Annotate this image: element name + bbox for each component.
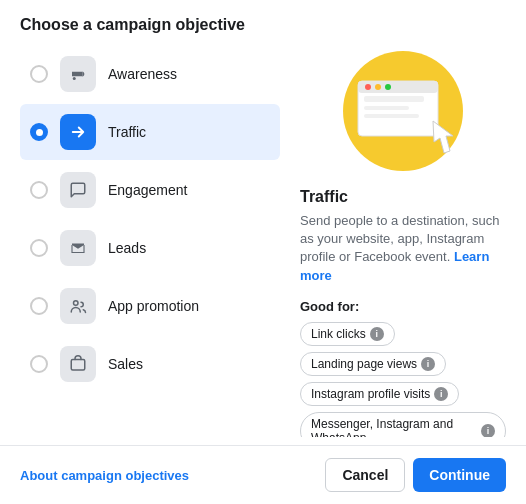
tag-link-clicks: Link clicks i bbox=[300, 322, 395, 346]
detail-title: Traffic bbox=[300, 188, 506, 206]
app-promotion-icon-box bbox=[60, 288, 96, 324]
awareness-icon-box bbox=[60, 56, 96, 92]
objective-awareness[interactable]: Awareness bbox=[20, 46, 280, 102]
about-campaign-link[interactable]: About campaign objectives bbox=[20, 468, 189, 483]
tags-list: Link clicks i Landing page views i Insta… bbox=[300, 322, 506, 437]
modal-title: Choose a campaign objective bbox=[20, 16, 506, 34]
svg-rect-10 bbox=[364, 106, 409, 110]
svg-point-8 bbox=[385, 84, 391, 90]
radio-awareness bbox=[30, 65, 48, 83]
objective-leads[interactable]: Leads bbox=[20, 220, 280, 276]
info-icon-landing-page[interactable]: i bbox=[421, 357, 435, 371]
engagement-label: Engagement bbox=[108, 182, 187, 198]
traffic-icon-box bbox=[60, 114, 96, 150]
tag-instagram-profile: Instagram profile visits i bbox=[300, 382, 459, 406]
radio-engagement bbox=[30, 181, 48, 199]
detail-panel: Traffic Send people to a destination, su… bbox=[280, 46, 506, 437]
leads-label: Leads bbox=[108, 240, 146, 256]
app-promotion-label: App promotion bbox=[108, 298, 199, 314]
svg-point-1 bbox=[74, 301, 79, 306]
svg-point-7 bbox=[375, 84, 381, 90]
radio-app-promotion bbox=[30, 297, 48, 315]
tag-landing-page-views: Landing page views i bbox=[300, 352, 446, 376]
footer-buttons: Cancel Continue bbox=[325, 458, 506, 492]
svg-point-0 bbox=[73, 77, 76, 80]
radio-sales bbox=[30, 355, 48, 373]
info-icon-link-clicks[interactable]: i bbox=[370, 327, 384, 341]
radio-leads bbox=[30, 239, 48, 257]
awareness-label: Awareness bbox=[108, 66, 177, 82]
modal-body: Choose a campaign objective Awareness bbox=[0, 0, 526, 437]
svg-point-6 bbox=[365, 84, 371, 90]
info-icon-messenger[interactable]: i bbox=[481, 424, 495, 437]
svg-rect-2 bbox=[71, 360, 85, 371]
info-icon-instagram-profile[interactable]: i bbox=[434, 387, 448, 401]
good-for-title: Good for: bbox=[300, 299, 506, 314]
tag-messenger: Messenger, Instagram and WhatsApp i bbox=[300, 412, 506, 437]
sales-label: Sales bbox=[108, 356, 143, 372]
objectives-list: Awareness Traffic bbox=[20, 46, 280, 437]
radio-traffic bbox=[30, 123, 48, 141]
detail-description: Send people to a destination, such as yo… bbox=[300, 212, 506, 285]
content-area: Awareness Traffic bbox=[20, 46, 506, 437]
sales-icon-box bbox=[60, 346, 96, 382]
svg-rect-9 bbox=[364, 96, 424, 102]
engagement-icon-box bbox=[60, 172, 96, 208]
traffic-illustration bbox=[338, 46, 468, 176]
leads-icon-box bbox=[60, 230, 96, 266]
traffic-label: Traffic bbox=[108, 124, 146, 140]
objective-app-promotion[interactable]: App promotion bbox=[20, 278, 280, 334]
objective-traffic[interactable]: Traffic bbox=[20, 104, 280, 160]
svg-rect-11 bbox=[364, 114, 419, 118]
modal-footer: About campaign objectives Cancel Continu… bbox=[0, 445, 526, 504]
cancel-button[interactable]: Cancel bbox=[325, 458, 405, 492]
radio-traffic-inner bbox=[36, 129, 43, 136]
objective-engagement[interactable]: Engagement bbox=[20, 162, 280, 218]
continue-button[interactable]: Continue bbox=[413, 458, 506, 492]
objective-sales[interactable]: Sales bbox=[20, 336, 280, 392]
